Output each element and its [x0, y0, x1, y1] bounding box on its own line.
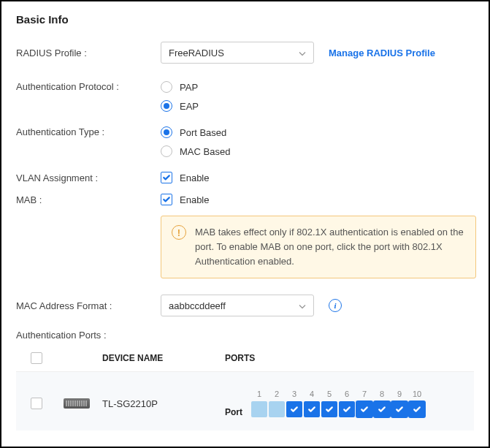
port-number: 7: [362, 390, 367, 398]
vlan-assignment-label: VLAN Assignment :: [16, 172, 161, 183]
port-box[interactable]: [286, 401, 302, 417]
radius-profile-label: RADIUS Profile :: [16, 48, 161, 58]
port-number: 6: [345, 390, 349, 398]
info-icon[interactable]: i: [329, 299, 342, 312]
col-ports: PORTS: [225, 353, 468, 363]
col-device-name: DEVICE NAME: [102, 353, 225, 363]
mab-label: MAB :: [16, 194, 161, 205]
port-box[interactable]: [321, 401, 337, 417]
table-header: DEVICE NAME PORTS: [16, 345, 474, 372]
select-all-checkbox[interactable]: [31, 352, 42, 364]
radius-profile-select[interactable]: FreeRADIUS: [161, 42, 314, 64]
radius-profile-value: FreeRADIUS: [169, 48, 224, 58]
port-box[interactable]: [409, 401, 425, 417]
auth-type-option-label: Port Based: [180, 127, 226, 138]
radio-icon: [161, 100, 172, 112]
vlan-assignment-checkbox[interactable]: Enable: [161, 172, 209, 183]
port-box[interactable]: [269, 401, 285, 417]
auth-ports-label: Authentication Ports :: [16, 330, 161, 341]
checkbox-icon: [161, 194, 172, 205]
mab-option-label: Enable: [180, 194, 209, 205]
auth-type-option[interactable]: MAC Based: [161, 145, 230, 157]
checkbox-icon: [161, 172, 172, 183]
radio-icon: [161, 145, 172, 157]
chevron-down-icon: [299, 300, 306, 311]
mab-checkbox[interactable]: Enable: [161, 194, 209, 205]
section-title: Basic Info: [16, 13, 474, 26]
auth-protocol-label: Authentication Protocol :: [16, 81, 161, 92]
manage-radius-profile-link[interactable]: Manage RADIUS Profile: [329, 48, 435, 58]
alert-text: MAB takes effect only if 802.1X authenti…: [195, 225, 465, 269]
port-box[interactable]: [374, 401, 390, 417]
mac-format-value: aabbccddeeff: [169, 300, 226, 311]
port-box[interactable]: [356, 401, 372, 417]
auth-type-option[interactable]: Port Based: [161, 126, 226, 138]
port-number: 9: [397, 390, 402, 398]
port-number: 10: [413, 390, 421, 398]
port-box[interactable]: [304, 401, 320, 417]
auth-type-label: Authentication Type :: [16, 126, 161, 137]
port-number: 1: [257, 390, 261, 398]
radio-icon: [161, 126, 172, 138]
port-number: 2: [275, 390, 279, 398]
row-checkbox[interactable]: [31, 398, 42, 409]
device-name: TL-SG2210P: [102, 398, 225, 409]
vlan-assignment-option-label: Enable: [180, 172, 209, 183]
port-number: 5: [327, 390, 332, 398]
port-box[interactable]: [391, 401, 407, 417]
auth-protocol-option-label: EAP: [180, 101, 199, 112]
chevron-down-icon: [299, 48, 306, 58]
mac-format-select[interactable]: aabbccddeeff: [161, 295, 314, 316]
mab-info-alert: ! MAB takes effect only if 802.1X authen…: [161, 216, 476, 278]
auth-type-option-label: MAC Based: [180, 146, 230, 157]
auth-protocol-option[interactable]: PAP: [161, 81, 198, 93]
port-box[interactable]: [251, 401, 267, 417]
port-box[interactable]: [339, 401, 355, 417]
switch-device-icon: [64, 398, 90, 409]
auth-protocol-option-label: PAP: [180, 82, 198, 93]
port-type-label: Port: [225, 407, 242, 417]
radio-icon: [161, 81, 172, 93]
port-number: 3: [292, 390, 296, 398]
mac-format-label: MAC Address Format :: [16, 300, 161, 311]
warning-icon: !: [172, 225, 186, 240]
port-number: 4: [310, 390, 314, 398]
port-number: 8: [380, 390, 384, 398]
table-row: TL-SG2210P Port 12345678910: [16, 372, 474, 430]
auth-protocol-option[interactable]: EAP: [161, 100, 199, 112]
